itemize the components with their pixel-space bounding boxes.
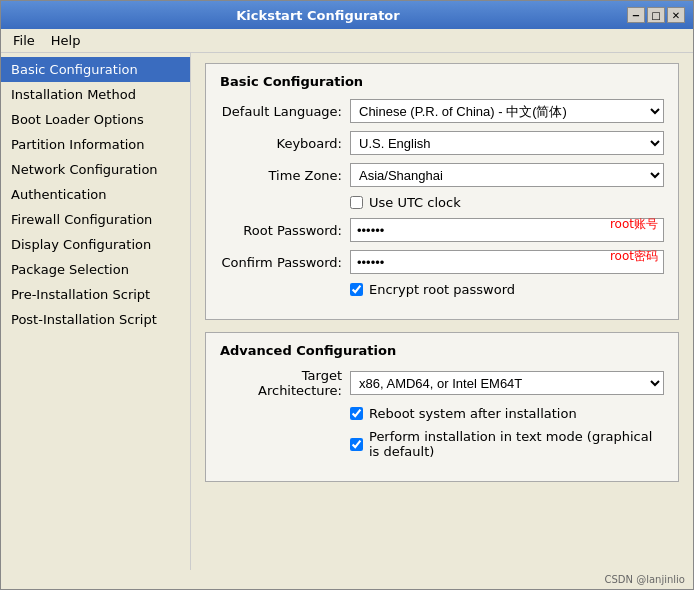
menu-file[interactable]: File <box>5 31 43 50</box>
basic-config-title: Basic Configuration <box>220 74 664 89</box>
root-password-row: Root Password: root账号 <box>220 218 664 242</box>
sidebar-item-installation-method[interactable]: Installation Method <box>1 82 190 107</box>
footer-note: CSDN @lanjinlio <box>1 570 693 589</box>
root-password-label: Root Password: <box>220 223 350 238</box>
menu-bar: File Help <box>1 29 693 53</box>
sidebar-item-firewall-configuration[interactable]: Firewall Configuration <box>1 207 190 232</box>
target-arch-label: Target Architecture: <box>220 368 350 398</box>
default-language-select[interactable]: Chinese (P.R. of China) - 中文(简体) <box>350 99 664 123</box>
sidebar: Basic Configuration Installation Method … <box>1 53 191 570</box>
keyboard-label: Keyboard: <box>220 136 350 151</box>
reboot-label: Reboot system after installation <box>369 406 577 421</box>
timezone-label: Time Zone: <box>220 168 350 183</box>
sidebar-item-package-selection[interactable]: Package Selection <box>1 257 190 282</box>
root-password-input[interactable] <box>350 218 664 242</box>
advanced-config-title: Advanced Configuration <box>220 343 664 358</box>
default-language-row: Default Language: Chinese (P.R. of China… <box>220 99 664 123</box>
sidebar-item-basic-configuration[interactable]: Basic Configuration <box>1 57 190 82</box>
title-bar: Kickstart Configurator − □ ✕ <box>1 1 693 29</box>
utc-clock-row: Use UTC clock <box>220 195 664 210</box>
text-mode-row: Perform installation in text mode (graph… <box>220 429 664 459</box>
default-language-control: Chinese (P.R. of China) - 中文(简体) <box>350 99 664 123</box>
minimize-button[interactable]: − <box>627 7 645 23</box>
confirm-password-label: Confirm Password: <box>220 255 350 270</box>
advanced-configuration-section: Advanced Configuration Target Architectu… <box>205 332 679 482</box>
window-title: Kickstart Configurator <box>9 8 627 23</box>
confirm-password-input[interactable] <box>350 250 664 274</box>
utc-clock-label: Use UTC clock <box>369 195 461 210</box>
confirm-password-control: root密码 <box>350 250 664 274</box>
target-arch-select[interactable]: x86, AMD64, or Intel EM64T <box>350 371 664 395</box>
sidebar-item-partition-information[interactable]: Partition Information <box>1 132 190 157</box>
maximize-button[interactable]: □ <box>647 7 665 23</box>
sidebar-item-display-configuration[interactable]: Display Configuration <box>1 232 190 257</box>
content-area: Basic Configuration Installation Method … <box>1 53 693 570</box>
reboot-row: Reboot system after installation <box>220 406 664 421</box>
keyboard-select[interactable]: U.S. English <box>350 131 664 155</box>
keyboard-row: Keyboard: U.S. English <box>220 131 664 155</box>
timezone-select[interactable]: Asia/Shanghai <box>350 163 664 187</box>
sidebar-item-pre-installation-script[interactable]: Pre-Installation Script <box>1 282 190 307</box>
text-mode-label: Perform installation in text mode (graph… <box>369 429 664 459</box>
keyboard-control: U.S. English <box>350 131 664 155</box>
target-arch-control: x86, AMD64, or Intel EM64T <box>350 371 664 395</box>
sidebar-item-network-configuration[interactable]: Network Configuration <box>1 157 190 182</box>
confirm-password-row: Confirm Password: root密码 <box>220 250 664 274</box>
footer-text: CSDN @lanjinlio <box>604 574 685 585</box>
root-password-control: root账号 <box>350 218 664 242</box>
close-button[interactable]: ✕ <box>667 7 685 23</box>
basic-configuration-section: Basic Configuration Default Language: Ch… <box>205 63 679 320</box>
default-language-label: Default Language: <box>220 104 350 119</box>
timezone-row: Time Zone: Asia/Shanghai <box>220 163 664 187</box>
sidebar-item-boot-loader-options[interactable]: Boot Loader Options <box>1 107 190 132</box>
sidebar-item-authentication[interactable]: Authentication <box>1 182 190 207</box>
encrypt-password-checkbox[interactable] <box>350 283 363 296</box>
encrypt-password-row: Encrypt root password <box>220 282 664 297</box>
timezone-control: Asia/Shanghai <box>350 163 664 187</box>
target-arch-row: Target Architecture: x86, AMD64, or Inte… <box>220 368 664 398</box>
menu-help[interactable]: Help <box>43 31 89 50</box>
sidebar-item-post-installation-script[interactable]: Post-Installation Script <box>1 307 190 332</box>
main-window: Kickstart Configurator − □ ✕ File Help B… <box>0 0 694 590</box>
text-mode-checkbox[interactable] <box>350 438 363 451</box>
encrypt-password-label: Encrypt root password <box>369 282 515 297</box>
utc-clock-checkbox[interactable] <box>350 196 363 209</box>
reboot-checkbox[interactable] <box>350 407 363 420</box>
main-panel: Basic Configuration Default Language: Ch… <box>191 53 693 570</box>
window-controls: − □ ✕ <box>627 7 685 23</box>
